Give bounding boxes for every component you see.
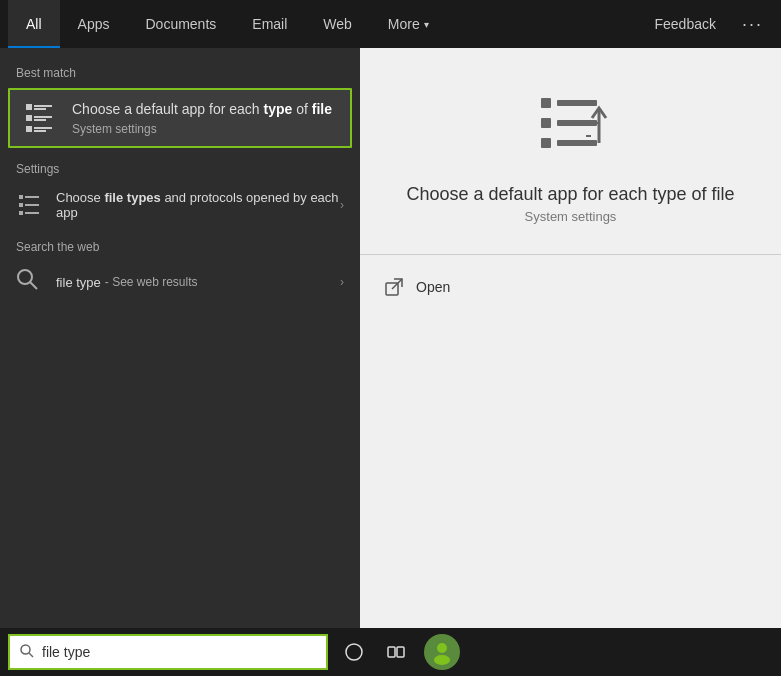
open-icon <box>384 277 404 297</box>
feedback-label: Feedback <box>655 16 716 32</box>
svg-line-16 <box>30 282 37 289</box>
svg-rect-0 <box>26 104 32 110</box>
svg-rect-4 <box>34 116 52 118</box>
svg-rect-5 <box>34 119 46 121</box>
best-match-title: Choose a default app for each type of fi… <box>72 100 336 120</box>
svg-rect-18 <box>557 100 597 106</box>
open-action[interactable]: Open <box>360 265 781 309</box>
web-item-see: - See web results <box>105 275 198 289</box>
search-icon <box>20 644 34 661</box>
nav-tab-web-label: Web <box>323 16 352 32</box>
web-item-main: file type <box>56 275 101 290</box>
svg-rect-8 <box>34 130 46 132</box>
nav-tab-more-label: More <box>388 16 420 32</box>
svg-line-29 <box>29 653 33 657</box>
chevron-right-icon: › <box>340 198 344 212</box>
svg-point-34 <box>434 655 450 665</box>
nav-tab-all[interactable]: All <box>8 0 60 48</box>
svg-rect-19 <box>541 118 551 128</box>
nav-tab-all-label: All <box>26 16 42 32</box>
settings-list-item[interactable]: Choose file types and protocols opened b… <box>0 180 360 230</box>
left-panel: Best match Choose a def <box>0 48 360 628</box>
right-panel-subtitle: System settings <box>525 209 617 224</box>
taskbar-taskview-icon[interactable] <box>378 634 414 670</box>
bottom-bar <box>0 628 781 676</box>
svg-rect-1 <box>34 105 52 107</box>
search-box[interactable] <box>8 634 328 670</box>
svg-rect-32 <box>397 647 404 657</box>
user-avatar[interactable] <box>424 634 460 670</box>
search-web-icon <box>16 268 44 296</box>
svg-rect-10 <box>25 196 39 198</box>
svg-rect-31 <box>388 647 395 657</box>
feedback-button[interactable]: Feedback <box>639 16 732 32</box>
svg-point-33 <box>437 643 447 653</box>
svg-rect-2 <box>34 108 46 110</box>
settings-item-icon <box>16 191 44 219</box>
svg-line-27 <box>392 279 402 289</box>
best-match-item[interactable]: Choose a default app for each type of fi… <box>8 88 352 148</box>
search-input[interactable] <box>42 644 316 660</box>
settings-list-icon <box>24 100 60 136</box>
web-chevron-right-icon: › <box>340 275 344 289</box>
settings-item-text: Choose file types and protocols opened b… <box>56 190 340 220</box>
svg-rect-3 <box>26 115 32 121</box>
nav-tab-apps-label: Apps <box>78 16 110 32</box>
web-search-label: Search the web <box>0 230 360 258</box>
svg-rect-7 <box>34 127 52 129</box>
svg-rect-9 <box>19 195 23 199</box>
more-options-button[interactable]: ··· <box>732 14 773 35</box>
ellipsis-icon: ··· <box>742 14 763 34</box>
best-match-text: Choose a default app for each type of fi… <box>72 100 336 136</box>
chevron-down-icon: ▾ <box>424 19 429 30</box>
taskbar-start-icon[interactable] <box>336 634 372 670</box>
right-panel: Choose a default app for each type of fi… <box>360 48 781 628</box>
right-panel-title: Choose a default app for each type of fi… <box>406 184 734 205</box>
svg-rect-11 <box>19 203 23 207</box>
open-label: Open <box>416 279 450 295</box>
main-container: Best match Choose a def <box>0 48 781 628</box>
svg-rect-12 <box>25 204 39 206</box>
nav-tab-email[interactable]: Email <box>234 0 305 48</box>
best-match-label: Best match <box>0 56 360 84</box>
nav-tab-documents[interactable]: Documents <box>127 0 234 48</box>
svg-rect-22 <box>557 140 597 146</box>
nav-tab-email-label: Email <box>252 16 287 32</box>
web-search-item[interactable]: file type - See web results › <box>0 258 360 306</box>
svg-point-15 <box>18 270 32 284</box>
svg-rect-13 <box>19 211 23 215</box>
right-panel-icon <box>531 88 611 168</box>
nav-tab-web[interactable]: Web <box>305 0 370 48</box>
svg-rect-6 <box>26 126 32 132</box>
svg-point-28 <box>21 645 30 654</box>
top-nav: All Apps Documents Email Web More ▾ Feed… <box>0 0 781 48</box>
nav-tab-more[interactable]: More ▾ <box>370 0 447 48</box>
svg-rect-14 <box>25 212 39 214</box>
svg-rect-21 <box>541 138 551 148</box>
taskbar-icons <box>336 634 460 670</box>
nav-tab-apps[interactable]: Apps <box>60 0 128 48</box>
nav-tab-documents-label: Documents <box>145 16 216 32</box>
settings-section-label: Settings <box>0 152 360 180</box>
right-divider <box>360 254 781 255</box>
best-match-subtitle: System settings <box>72 122 336 136</box>
svg-rect-17 <box>541 98 551 108</box>
svg-point-30 <box>346 644 362 660</box>
